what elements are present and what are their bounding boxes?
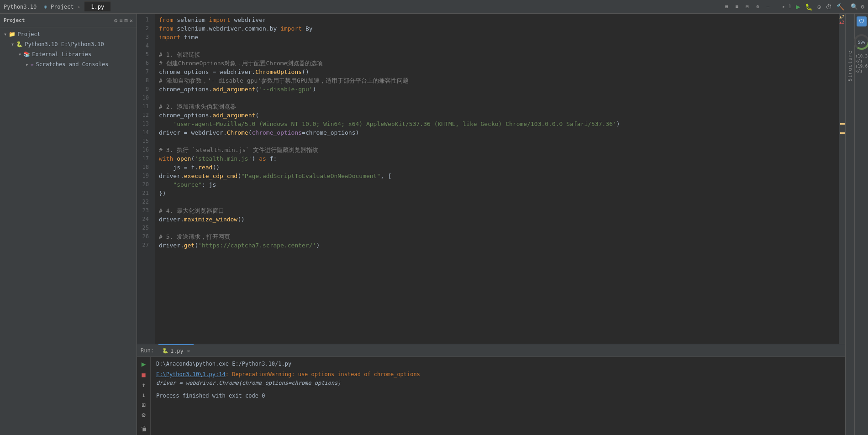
line-numbers: 1 2 3 4 5 6 7 8 9 10 11 12 13 14 15 16 1… — [137, 14, 155, 344]
upload-stat: ↑10.3 — [855, 54, 868, 58]
code-line-17: with open('stealth.min.js') as f: — [155, 154, 839, 163]
run-tab-icon: 🐍 — [162, 348, 168, 354]
lib-expand-icon: ▾ — [18, 51, 21, 58]
gutter-mark-2 — [840, 132, 845, 134]
code-line-14: driver = webdriver.Chrome(chrome_options… — [155, 128, 839, 137]
code-line-3: import time — [155, 33, 839, 42]
right-panel: 1 2 3 4 5 6 7 8 9 10 11 12 13 14 15 16 1… — [137, 14, 845, 435]
line-num-12: 12 — [137, 111, 152, 120]
run-toolbar: ▶ ■ ↑ ↓ ⊞ ⚙ 🗑 — [137, 357, 151, 435]
line-num-7: 7 — [137, 68, 152, 76]
line-num-26: 26 — [137, 232, 152, 241]
code-line-4 — [155, 42, 839, 50]
security-icon[interactable]: 🛡 — [857, 16, 867, 26]
sidebar-settings-icon[interactable]: ⚙ — [114, 17, 117, 24]
line-num-11: 11 — [137, 102, 152, 111]
lib-label: External Libraries — [32, 51, 91, 58]
line-num-24: 24 — [137, 215, 152, 224]
editor-area[interactable]: 1 2 3 4 5 6 7 8 9 10 11 12 13 14 15 16 1… — [137, 14, 845, 344]
line-num-15: 15 — [137, 137, 152, 146]
line-num-17: 17 — [137, 154, 152, 163]
split-toolbar-icon[interactable]: ⊟ — [743, 3, 752, 10]
sidebar-project-label: Project — [4, 17, 25, 23]
coverage-button[interactable]: ⊙ — [817, 3, 821, 10]
run-trash-icon[interactable]: 🗑 — [141, 425, 147, 432]
settings-toolbar-icon[interactable]: ⚙ — [753, 3, 762, 10]
line-num-22: 22 — [137, 198, 152, 206]
file-tab[interactable]: 1.py — [84, 2, 110, 11]
run-stop-icon[interactable]: ■ — [142, 371, 145, 378]
right-toolbar: 🛡 59% ↑10.3 k/s ↓19.6 k/s — [854, 14, 868, 435]
run-tab-close[interactable]: ✕ — [187, 348, 190, 353]
run-filter-icon[interactable]: ⊞ — [142, 401, 145, 409]
code-line-11: # 2. 添加请求头伪装浏览器 — [155, 102, 839, 111]
code-line-13: 'user-agent=Mozilla/5.0 (Windows NT 10.0… — [155, 120, 839, 128]
code-line-12: chrome_options.add_argument( — [155, 111, 839, 120]
line-num-25: 25 — [137, 224, 152, 232]
line-num-21: 21 — [137, 189, 152, 198]
scratches-expand-icon: ▸ — [26, 61, 29, 68]
gutter-err-count: ▲2 — [839, 20, 844, 25]
line-num-10: 10 — [137, 94, 152, 102]
debug-button[interactable]: 🐛 — [805, 3, 813, 10]
list-toolbar-icon[interactable]: ≡ — [733, 3, 742, 10]
grid-toolbar-icon[interactable]: ⊞ — [722, 3, 731, 10]
run-label: Run: — [141, 347, 154, 354]
code-line-1: from selenium import webdriver — [155, 16, 839, 24]
run-button[interactable]: ▶ — [796, 2, 800, 11]
right-gutter: ▲7 ▲2 — [839, 14, 845, 344]
run-cmd-line: D:\Anaconda\python.exe E:/Python3.10/1.p… — [156, 360, 840, 368]
run-header: Run: 🐍 1.py ✕ — [137, 344, 845, 357]
code-line-6: # 创建ChromeOptions对象，用于配置Chrome浏览器的选项 — [155, 59, 839, 68]
sidebar-item-external-libs[interactable]: ▾ 📚 External Libraries — [0, 49, 137, 59]
indicators: 🔍 ⚙ — [851, 3, 864, 10]
sidebar-list-icon[interactable]: ≡ — [119, 17, 122, 24]
sidebar-tree: ▾ 📁 Project ▾ 🐍 Python3.10 E:\Python3.10… — [0, 27, 137, 435]
sidebar-item-python310[interactable]: ▾ 🐍 Python3.10 E:\Python3.10 — [0, 39, 137, 49]
code-line-7: chrome_options = webdriver.ChromeOptions… — [155, 68, 839, 76]
line-num-18: 18 — [137, 163, 152, 172]
run-scroll-down-icon[interactable]: ↓ — [142, 391, 145, 398]
run-tab[interactable]: 🐍 1.py ✕ — [158, 344, 194, 356]
settings-icon[interactable]: ⚙ — [861, 3, 864, 10]
sidebar-close-icon[interactable]: ✕ — [130, 17, 133, 24]
upload-unit: k/s — [855, 59, 868, 63]
lib-icon: 📚 — [23, 51, 30, 58]
code-line-15 — [155, 137, 839, 146]
build-button[interactable]: 🔨 — [836, 3, 844, 10]
structure-sidebar: Structure — [845, 14, 854, 435]
project-folder-icon: 📁 — [9, 31, 16, 37]
memory-meter[interactable]: 59% — [853, 34, 868, 50]
close-toolbar-icon[interactable]: — — [764, 3, 773, 10]
structure-label[interactable]: Structure — [847, 50, 853, 82]
code-line-16: # 3. 执行 `stealth.min.js` 文件进行隐藏浏览器指纹 — [155, 146, 839, 154]
line-num-13: 13 — [137, 120, 152, 128]
line-num-23: 23 — [137, 206, 152, 215]
line-num-5: 5 — [137, 50, 152, 59]
line-num-20: 20 — [137, 180, 152, 189]
run-output[interactable]: D:\Anaconda\python.exe E:/Python3.10/1.p… — [151, 357, 845, 435]
sidebar-item-scratches[interactable]: ▸ ✏ Scratches and Consoles — [0, 59, 137, 69]
gutter-warn-count: ▲7 — [839, 15, 844, 19]
sidebar-header: Project ⚙ ≡ ⊟ ✕ — [0, 14, 137, 27]
code-content[interactable]: from selenium import webdriver from sele… — [155, 14, 839, 344]
profile-button[interactable]: ⏱ — [826, 3, 832, 10]
run-panel: Run: 🐍 1.py ✕ ▶ ■ ↑ ↓ ⊞ ⚙ 🗑 — [137, 344, 845, 435]
app-title: Python3.10 — [4, 4, 37, 10]
run-scroll-up-icon[interactable]: ↑ — [142, 381, 145, 388]
gutter-mark-1 — [840, 123, 845, 125]
search-icon[interactable]: 🔍 — [851, 3, 858, 10]
code-line-20: "source": js — [155, 180, 839, 189]
scratches-label: Scratches and Consoles — [36, 61, 108, 68]
python-expand-icon: ▾ — [11, 41, 14, 47]
code-line-8: # 添加自动参数，'--disable-gpu'参数用于禁用GPU加速，适用于部… — [155, 76, 839, 85]
title-bar-right: ⊞ ≡ ⊟ ⚙ — ▸ 1 ▶ 🐛 ⊙ ⏱ 🔨 🔍 ⚙ — [722, 2, 864, 11]
run-settings-icon[interactable]: ⚙ — [142, 411, 145, 419]
run-rerun-icon[interactable]: ▶ — [142, 360, 146, 368]
project-icon: ◉ — [44, 4, 47, 10]
code-line-26: # 5. 发送请求，打开网页 — [155, 232, 839, 241]
code-line-19: driver.execute_cdp_cmd("Page.addScriptTo… — [155, 172, 839, 180]
run-content: ▶ ■ ↑ ↓ ⊞ ⚙ 🗑 D:\Anaconda\python.exe E:/… — [137, 357, 845, 435]
sidebar-item-project[interactable]: ▾ 📁 Project — [0, 29, 137, 39]
sidebar-split-icon[interactable]: ⊟ — [125, 17, 128, 24]
